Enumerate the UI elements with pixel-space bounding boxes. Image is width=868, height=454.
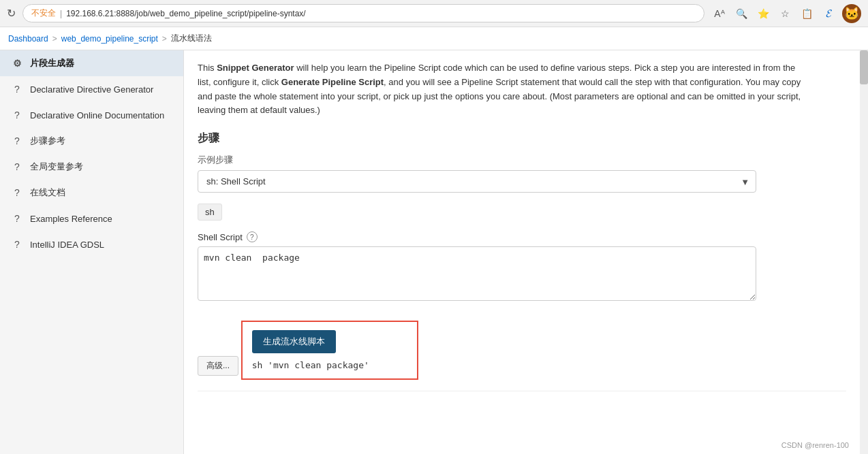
address-bar[interactable]: 不安全 | 192.168.6.21:8888/job/web_demo_pip… [22,4,704,22]
sidebar-item-snippet-generator[interactable]: ⚙ 片段生成器 [0,50,183,76]
security-warning: 不安全 [31,7,56,19]
help-icon-intellij: ? [11,238,23,250]
sidebar-label-snippet-generator: 片段生成器 [30,57,74,69]
shell-script-form-group: Shell Script ? mvn clean package [198,231,756,303]
browser-actions: Aᴬ 🔍 ⭐ ☆ 📋 𝓔 🐱 [711,4,861,23]
search-button[interactable]: 🔍 [733,5,749,22]
profile-avatar[interactable]: 🐱 [842,4,861,23]
watermark: CSDN @renren-100 [781,441,849,449]
help-icon-examples: ? [11,212,23,225]
extra-content-area [198,391,846,425]
address-text: 192.168.6.21:8888/job/web_demo_pipeline_… [66,9,306,18]
main-content: This Snippet Generator will help you lea… [184,50,860,454]
generated-output: sh 'mvn clean package' [252,360,407,370]
shell-script-textarea[interactable]: mvn clean package [198,246,756,301]
bookmark-button[interactable]: ☆ [777,5,793,22]
favorites-button[interactable]: ⭐ [755,5,771,22]
scrollbar-thumb[interactable] [860,50,868,84]
sidebar-item-declarative-online-doc[interactable]: ? Declarative Online Documentation [0,102,183,128]
sidebar-item-intellij-gdsl[interactable]: ? IntelliJ IDEA GDSL [0,231,183,257]
section-title-steps: 步骤 [198,131,846,146]
app-layout: ⚙ 片段生成器 ? Declarative Directive Generato… [0,50,868,454]
reload-button[interactable]: ↻ [7,7,16,20]
step-dropdown-wrapper: sh: Shell Script bat: Windows Batch Scri… [198,170,756,193]
help-icon-directive: ? [11,83,23,95]
sidebar-item-online-docs[interactable]: ? 在线文档 [0,180,183,206]
browser-chrome: ↻ 不安全 | 192.168.6.21:8888/job/web_demo_p… [0,0,868,27]
sidebar-item-examples-reference[interactable]: ? Examples Reference [0,206,183,231]
help-icon-global-var: ? [11,161,23,173]
intro-text: This Snippet Generator will help you lea… [198,61,811,118]
sidebar-item-global-var-reference[interactable]: ? 全局变量参考 [0,154,183,180]
help-icon-online-docs: ? [11,187,23,199]
help-icon-shell-script[interactable]: ? [247,231,258,242]
help-icon-step-ref: ? [11,135,23,147]
shell-script-label: Shell Script ? [198,231,756,242]
advanced-button[interactable]: 高级... [198,356,238,376]
sidebar-label-intellij-gdsl: IntelliJ IDEA GDSL [30,240,104,250]
browser-icon[interactable]: 𝓔 [820,5,837,22]
help-icon-online-doc: ? [11,109,23,121]
sidebar-label-step-reference: 步骤参考 [30,135,65,147]
breadcrumb-project[interactable]: web_demo_pipeline_script [61,34,158,44]
step-tag: sh [198,204,222,221]
generate-section: 生成流水线脚本 sh 'mvn clean package' [241,321,418,380]
generate-pipeline-button[interactable]: 生成流水线脚本 [252,330,336,353]
breadcrumb-current: 流水线语法 [171,33,212,44]
breadcrumb-dashboard[interactable]: Dashboard [8,34,48,44]
main-scrollbar[interactable] [860,50,868,454]
breadcrumb-sep1: > [52,34,57,44]
breadcrumb-sep2: > [162,34,167,44]
sidebar: ⚙ 片段生成器 ? Declarative Directive Generato… [0,50,184,454]
text-size-button[interactable]: Aᴬ [711,5,728,22]
sidebar-item-step-reference[interactable]: ? 步骤参考 [0,128,183,154]
sidebar-item-declarative-directive[interactable]: ? Declarative Directive Generator [0,76,183,102]
sidebar-label-examples-reference: Examples Reference [30,214,112,224]
collections-button[interactable]: 📋 [799,5,815,22]
sidebar-label-global-var-reference: 全局变量参考 [30,161,83,173]
gear-icon: ⚙ [11,57,23,69]
sidebar-label-declarative-directive: Declarative Directive Generator [30,84,153,95]
sample-step-label: 示例步骤 [198,154,846,166]
step-dropdown[interactable]: sh: Shell Script bat: Windows Batch Scri… [198,170,756,193]
sidebar-label-declarative-online-doc: Declarative Online Documentation [30,110,164,120]
sidebar-label-online-docs: 在线文档 [30,187,65,199]
breadcrumb: Dashboard > web_demo_pipeline_script > 流… [0,27,868,50]
